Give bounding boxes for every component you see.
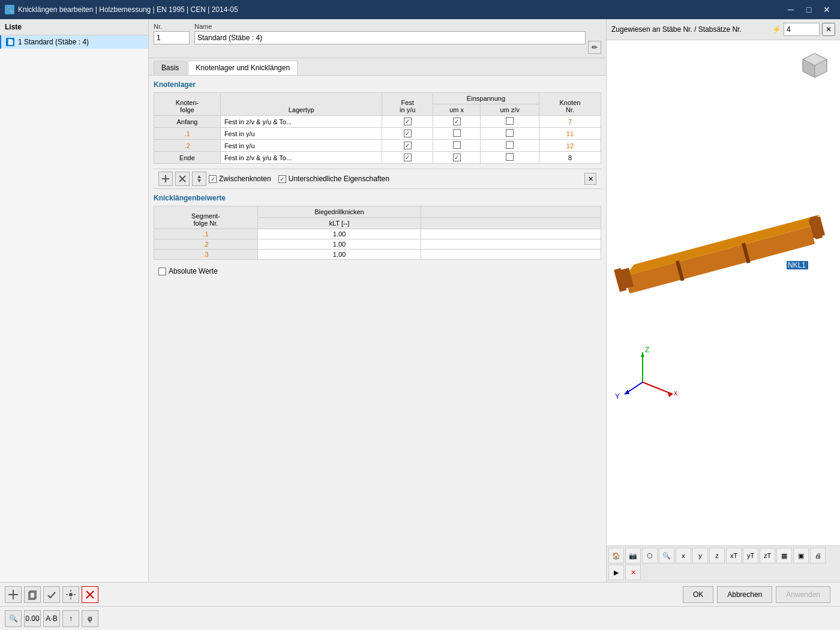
- vp-zoom-button[interactable]: 🔍: [659, 548, 674, 563]
- settings-button[interactable]: [62, 586, 79, 603]
- svg-rect-1: [165, 175, 166, 182]
- table-row[interactable]: Anfang Fest in z/v & y/u & To... 7: [154, 116, 601, 128]
- vp-x-button[interactable]: x: [676, 548, 691, 563]
- table-row[interactable]: .2 1.00: [154, 239, 601, 250]
- delete-list-icon: [84, 589, 96, 601]
- ok-button[interactable]: OK: [683, 586, 713, 603]
- edit-name-button[interactable]: ✏: [588, 41, 601, 54]
- cb-umx-1[interactable]: [453, 129, 461, 137]
- copy-list-button[interactable]: [24, 586, 41, 603]
- table-row[interactable]: .3 1.00: [154, 250, 601, 260]
- vp-zt-button[interactable]: zT: [760, 548, 775, 563]
- list-item[interactable]: 📄 1 Standard (Stäbe : 4): [0, 35, 148, 49]
- cb-zwischenknoten[interactable]: [209, 175, 217, 183]
- name-input[interactable]: [194, 31, 586, 44]
- minimize-button[interactable]: ─: [782, 1, 799, 18]
- assigned-value-input[interactable]: [784, 23, 820, 36]
- close-button[interactable]: ✕: [818, 1, 835, 18]
- add-list-button[interactable]: [5, 586, 22, 603]
- tab-basis[interactable]: Basis: [154, 61, 187, 75]
- abbrechen-button[interactable]: Abbrechen: [717, 586, 772, 603]
- umzv-2[interactable]: [481, 140, 539, 152]
- add-row-button[interactable]: [158, 172, 173, 186]
- unterschiedliche-eigenschaften-label[interactable]: Unterschiedliche Eigenschaften: [278, 175, 389, 183]
- vp-wireframe-button[interactable]: ⬡: [642, 548, 658, 563]
- vp-home-button[interactable]: 🏠: [608, 548, 624, 563]
- cb-umzv-2[interactable]: [506, 141, 514, 149]
- empty-3: [421, 250, 601, 260]
- delete-row-button[interactable]: [175, 172, 190, 186]
- axis-indicator: [619, 497, 655, 533]
- vp-close3d-button[interactable]: ✕: [625, 565, 641, 580]
- seg-2: .2: [154, 239, 258, 250]
- fest-2[interactable]: [382, 140, 433, 152]
- add-icon: [161, 174, 170, 184]
- units-btn[interactable]: A·B: [43, 610, 60, 627]
- maximize-button[interactable]: □: [800, 1, 817, 18]
- right-panel-value-group: ⚡ ✕: [772, 23, 835, 36]
- cb-umzv-anfang[interactable]: [506, 117, 514, 125]
- check-button[interactable]: [43, 586, 60, 603]
- vp-yt-button[interactable]: yT: [743, 548, 758, 563]
- umzv-1[interactable]: [481, 128, 539, 140]
- sort-btn[interactable]: ↑: [62, 610, 79, 627]
- nr-input[interactable]: [154, 31, 190, 44]
- svg-text:Z: Z: [645, 346, 649, 354]
- th-segmentfolge: Segment-folge Nr.: [154, 206, 258, 229]
- vp-render-button[interactable]: 📷: [625, 548, 641, 563]
- clear-assigned-button[interactable]: ✕: [822, 23, 835, 36]
- decimal-btn[interactable]: 0.00: [24, 610, 41, 627]
- vp-xt-button[interactable]: xT: [726, 548, 742, 563]
- close-section-button[interactable]: ✕: [584, 173, 596, 185]
- cb-fest-anfang[interactable]: [404, 118, 412, 125]
- umzv-anfang[interactable]: [481, 116, 539, 128]
- cb-umzv-ende[interactable]: [506, 153, 514, 161]
- cb-absolute-werte[interactable]: [158, 268, 166, 275]
- fest-anfang[interactable]: [382, 116, 433, 128]
- cb-umx-2[interactable]: [453, 141, 461, 149]
- svg-marker-5: [197, 179, 201, 182]
- cb-unterschiedliche[interactable]: [278, 175, 286, 183]
- tab-knotenlager[interactable]: Knotenlager und Knicklängen: [188, 61, 298, 75]
- umx-anfang[interactable]: [433, 116, 481, 128]
- lagertyp-2: Fest in y/u: [220, 140, 382, 152]
- anwenden-button[interactable]: Anwenden: [776, 586, 830, 603]
- cb-fest-2[interactable]: [404, 142, 412, 149]
- absolute-werte-row: Absolute Werte: [154, 265, 601, 278]
- cb-fest-1[interactable]: [404, 130, 412, 137]
- table-row[interactable]: .1 Fest in y/u 11: [154, 128, 601, 140]
- svg-marker-4: [197, 175, 201, 178]
- vp-view1-button[interactable]: ▦: [776, 548, 792, 563]
- umzv-ende[interactable]: [481, 152, 539, 164]
- cube-svg: [797, 47, 833, 83]
- vp-view2-button[interactable]: ▣: [793, 548, 809, 563]
- delete-list-button[interactable]: [82, 586, 98, 603]
- umx-2[interactable]: [433, 140, 481, 152]
- cb-umzv-1[interactable]: [506, 129, 514, 137]
- vp-y-button[interactable]: y: [692, 548, 708, 563]
- umx-1[interactable]: [433, 128, 481, 140]
- fest-1[interactable]: [382, 128, 433, 140]
- table-row[interactable]: .1 1.00: [154, 229, 601, 239]
- table-row[interactable]: .2 Fest in y/u 12: [154, 140, 601, 152]
- move-button[interactable]: [192, 172, 206, 186]
- cb-fest-ende[interactable]: [404, 154, 412, 161]
- cb-umx-anfang[interactable]: [453, 118, 461, 125]
- svg-marker-25: [641, 352, 644, 357]
- vp-z-button[interactable]: z: [709, 548, 725, 563]
- zwischenknoten-label[interactable]: Zwischenknoten: [209, 175, 271, 183]
- vp-print-button[interactable]: 🖨: [810, 548, 826, 563]
- lagertyp-anfang: Fest in z/v & y/u & To...: [220, 116, 382, 128]
- table-row[interactable]: Ende Fest in z/v & y/u & To... 8: [154, 152, 601, 164]
- formula-btn[interactable]: φ: [82, 610, 98, 627]
- vp-menu-button[interactable]: ▶: [608, 565, 624, 580]
- umx-ende[interactable]: [433, 152, 481, 164]
- cb-umx-ende[interactable]: [453, 154, 461, 161]
- fest-ende[interactable]: [382, 152, 433, 164]
- search-icon-btn[interactable]: 🔍: [5, 610, 22, 627]
- check-icon: [46, 589, 58, 601]
- seg-3: .3: [154, 250, 258, 260]
- cube-nav-icon[interactable]: [797, 47, 833, 83]
- knotenfolge-ende: Ende: [154, 152, 221, 164]
- klt-2: 1.00: [257, 239, 421, 250]
